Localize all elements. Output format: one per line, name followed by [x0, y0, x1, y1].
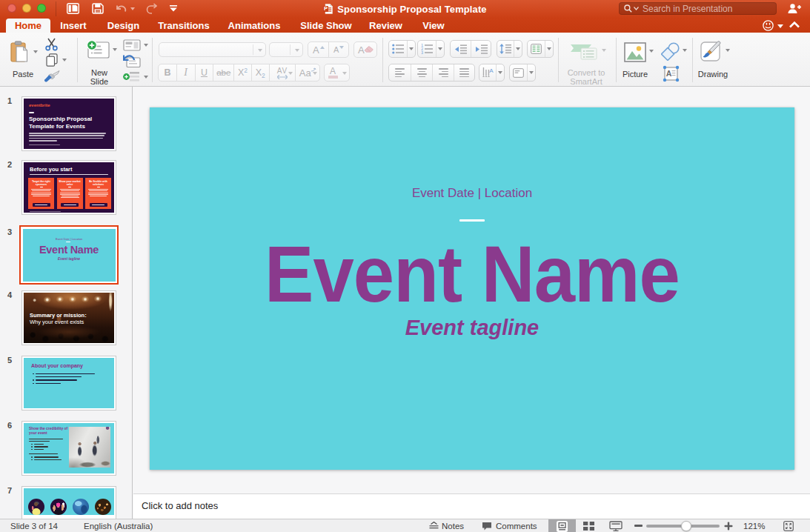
- section-button[interactable]: [123, 70, 141, 83]
- tab-design[interactable]: Design: [107, 18, 140, 33]
- character-spacing-caret-icon: [288, 72, 293, 75]
- shapes-button[interactable]: [661, 42, 680, 61]
- format-painter-button[interactable]: [44, 70, 60, 82]
- zoom-button[interactable]: [37, 4, 46, 13]
- font-name-select[interactable]: [159, 42, 266, 57]
- thumb1-brand: eventbrite: [29, 103, 50, 107]
- italic-button[interactable]: I: [176, 64, 195, 81]
- text-box-button[interactable]: A: [663, 65, 680, 82]
- justify-icon: [459, 68, 469, 77]
- thumbnail-slide-1[interactable]: 1 eventbrite Sponsorship Proposal Templa…: [0, 96, 133, 151]
- customize-qat-glyph: [169, 5, 178, 12]
- font-size-select[interactable]: [269, 42, 303, 57]
- fit-slide-to-window-button[interactable]: [783, 519, 794, 532]
- thumb4-line1: Summary or mission:: [30, 312, 87, 319]
- undo-dropdown-icon[interactable]: [130, 7, 135, 10]
- drawing-dropdown-icon[interactable]: [726, 49, 730, 52]
- change-case-button[interactable]: Aa: [295, 64, 319, 81]
- thumbnail-slide-5[interactable]: 5 About your company: [0, 356, 133, 410]
- undo-icon[interactable]: [115, 3, 127, 14]
- new-slide-dropdown-icon[interactable]: [113, 48, 117, 51]
- thumbnail-slide-7[interactable]: 7: [0, 486, 133, 519]
- font-color-button[interactable]: A: [324, 64, 350, 82]
- paste-label: Paste: [7, 70, 39, 79]
- zoom-level-indicator[interactable]: 121%: [743, 519, 765, 532]
- close-button[interactable]: [7, 4, 16, 13]
- thumb1-title-line2: Template for Events: [29, 123, 92, 130]
- bullets-button[interactable]: [388, 40, 416, 58]
- indent-group: [450, 40, 491, 58]
- increase-indent-button[interactable]: [471, 41, 491, 57]
- cut-button[interactable]: [44, 38, 59, 51]
- notes-toggle[interactable]: Notes: [429, 519, 464, 532]
- tab-transitions[interactable]: Transitions: [159, 18, 209, 33]
- new-presentation-icon[interactable]: [67, 3, 79, 14]
- align-left-button[interactable]: [389, 64, 411, 81]
- tab-slide-show[interactable]: Slide Show: [301, 18, 351, 33]
- line-spacing-icon: [499, 44, 511, 54]
- zoom-in-button[interactable]: [724, 519, 733, 532]
- thumbnail-slide-6[interactable]: 6 Show the credibility of your event: [0, 421, 133, 476]
- smiley-dropdown-icon[interactable]: [777, 24, 783, 28]
- justify-button[interactable]: [454, 64, 474, 81]
- shrink-font-button[interactable]: A: [328, 42, 348, 57]
- reset-slide-button[interactable]: [123, 54, 141, 67]
- slideshow-view-button[interactable]: [609, 519, 623, 532]
- collapse-ribbon-icon[interactable]: [789, 21, 800, 29]
- redo-icon[interactable]: [146, 3, 157, 14]
- bold-button[interactable]: B: [159, 64, 176, 81]
- status-bar: Slide 3 of 14 English (Australia) Notes …: [0, 519, 810, 532]
- slide-date-location[interactable]: Event Date | Location: [150, 186, 794, 201]
- subscript-button[interactable]: X2: [251, 64, 269, 81]
- layout-button[interactable]: [123, 39, 141, 51]
- feedback-smiley-icon[interactable]: [763, 20, 774, 31]
- notes-area[interactable]: Click to add notes: [133, 494, 810, 519]
- character-spacing-button[interactable]: AV: [269, 64, 296, 81]
- save-icon[interactable]: [92, 3, 104, 14]
- tab-animations[interactable]: Animations: [228, 18, 280, 33]
- thumbnail-slide-4[interactable]: 4 Summary or mission: Why your event exi…: [0, 290, 133, 345]
- clear-formatting-button[interactable]: A: [353, 41, 377, 58]
- layout-dropdown-icon[interactable]: [144, 44, 148, 47]
- decrease-indent-button[interactable]: [451, 41, 471, 57]
- customize-quick-access-icon[interactable]: [169, 5, 178, 12]
- strikethrough-button[interactable]: abe: [213, 64, 233, 81]
- line-spacing-button[interactable]: [497, 40, 522, 58]
- language-indicator[interactable]: English (Australia): [84, 519, 153, 532]
- slide-tagline[interactable]: Event tagline: [150, 316, 794, 340]
- thumbnail-slide-2[interactable]: 2 Before you start Target the right spon…: [0, 160, 133, 215]
- slide-canvas[interactable]: Event Date | Location Event Name Event t…: [150, 107, 794, 470]
- tab-home[interactable]: Home: [6, 19, 50, 33]
- align-center-button[interactable]: [411, 64, 432, 81]
- zoom-slider-knob[interactable]: [681, 521, 691, 531]
- paste-dropdown-icon[interactable]: [33, 50, 38, 53]
- notes-toggle-icon: [429, 522, 439, 530]
- minimize-button[interactable]: [22, 4, 31, 13]
- normal-view-button[interactable]: [548, 519, 576, 532]
- comments-toggle[interactable]: Comments: [482, 519, 537, 532]
- thumbnail-slide-3[interactable]: 3 Event Date | Location Event Name Event…: [0, 227, 133, 282]
- section-dropdown-icon[interactable]: [144, 76, 148, 79]
- tab-review[interactable]: Review: [369, 18, 402, 33]
- scissors-icon: [44, 38, 59, 51]
- tab-view[interactable]: View: [422, 18, 445, 33]
- copy-dropdown-icon[interactable]: [62, 59, 67, 61]
- numbering-button[interactable]: 1 2 3: [417, 40, 445, 58]
- zoom-out-button[interactable]: [634, 519, 643, 532]
- share-people-icon[interactable]: [787, 3, 801, 14]
- grow-font-button[interactable]: A: [308, 42, 328, 57]
- columns-button[interactable]: [527, 40, 554, 58]
- align-text-button[interactable]: [509, 64, 536, 82]
- slide-sorter-view-button[interactable]: [582, 519, 595, 532]
- copy-button[interactable]: [46, 53, 58, 67]
- text-direction-button[interactable]: A: [479, 64, 505, 82]
- notes-placeholder: Click to add notes: [142, 500, 218, 511]
- underline-button[interactable]: U: [195, 64, 213, 81]
- tab-insert[interactable]: Insert: [59, 18, 87, 33]
- search-input[interactable]: Search in Presentation: [619, 2, 777, 15]
- slide-title[interactable]: Event Name: [174, 235, 771, 315]
- picture-dropdown-icon[interactable]: [649, 50, 654, 53]
- shapes-dropdown-icon[interactable]: [683, 49, 687, 52]
- superscript-button[interactable]: X2: [233, 64, 251, 81]
- align-right-button[interactable]: [432, 64, 454, 81]
